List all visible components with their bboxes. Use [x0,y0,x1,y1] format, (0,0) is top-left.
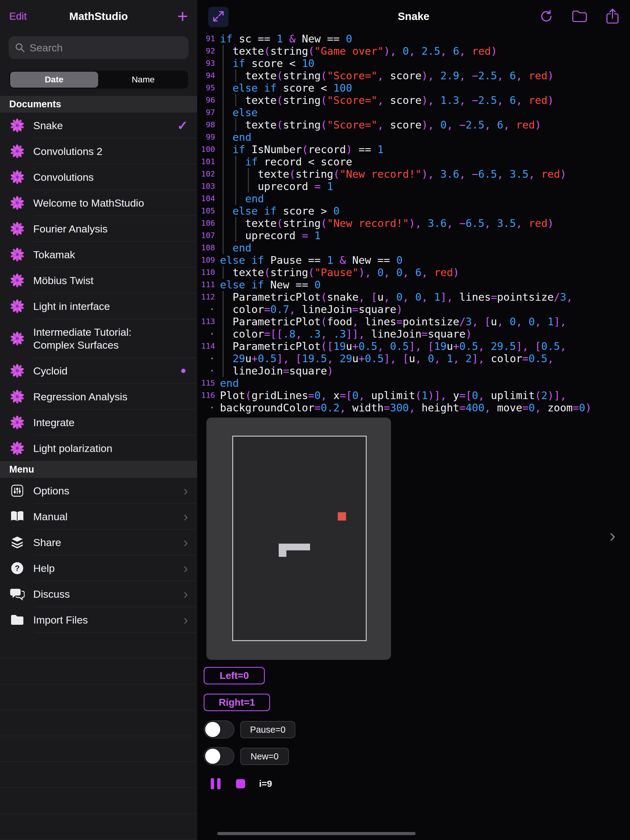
document-row[interactable]: Tokamak [0,242,197,267]
code-line[interactable]: 98│ │ texte(string("Score=", score), 0, … [197,119,630,131]
line-number: 101 [197,156,215,168]
separator-row [0,633,197,658]
expand-button[interactable] [208,7,229,27]
line-number: 94 [197,69,215,82]
code-line[interactable]: 108│ end [197,242,630,254]
new-toggle[interactable] [204,747,234,765]
code-line[interactable]: 111else if New == 0 [197,279,630,291]
code-line[interactable]: 115end [197,377,630,389]
right-button[interactable]: Right=1 [204,694,270,711]
menu-item-help[interactable]: ?Help› [0,555,197,581]
menu-item-manual[interactable]: Manual› [0,504,197,529]
code-line[interactable]: 95│ else if score < 100 [197,82,630,94]
menu-item-options[interactable]: Options› [0,478,197,504]
sort-by-date-segment[interactable]: Date [10,72,98,88]
code-editor[interactable]: 91if sc == 1 & New == 092│ texte(string(… [197,33,630,414]
code-text: │ if score < 10 [220,57,314,69]
stop-button[interactable] [236,779,245,788]
document-label: Convolutions [33,171,94,184]
code-line[interactable]: 110│ texte(string("Pause"), 0, 0, 6, red… [197,266,630,279]
code-line[interactable]: 102│ │ │ texte(string("New record!"), 3.… [197,168,630,180]
document-row[interactable]: Integrate [0,409,197,435]
sort-by-name-segment[interactable]: Name [99,72,187,88]
document-row[interactable]: Fourier Analysis [0,216,197,242]
book-icon [9,510,25,523]
code-line[interactable]: 103│ │ │ uprecord = 1 [197,180,630,193]
document-label: Tokamak [33,248,75,261]
chevron-right-icon: › [184,510,188,523]
document-row[interactable]: Light polarization [0,435,197,461]
code-line[interactable]: 116Plot(gridLines=0, x=[0, uplimit(1)], … [197,389,630,401]
pause-toggle[interactable] [204,720,234,739]
files-button[interactable] [571,9,587,23]
flower-document-icon [9,298,25,314]
document-row[interactable]: Intermediate Tutorial: Complex Surfaces [0,319,197,358]
next-page-chevron[interactable]: › [609,526,616,545]
sidebar-header: Edit MathStudio + [0,0,197,33]
document-row[interactable]: Möbius Twist [0,267,197,293]
menu-item-discuss[interactable]: Discuss› [0,581,197,607]
code-line[interactable]: 91if sc == 1 & New == 0 [197,33,630,45]
code-line[interactable]: 105│ else if score > 0 [197,205,630,217]
code-line[interactable]: 106│ │ texte(string("New record!"), 3.6,… [197,217,630,229]
code-line[interactable]: 114│ ParametricPlot([19u+0.5, 0.5], [19u… [197,340,630,352]
document-label: Welcome to MathStudio [33,196,144,210]
line-number: · [197,365,215,377]
code-line[interactable]: ·│ color=0.7, lineJoin=square) [197,303,630,316]
code-line[interactable]: ·│ color=[[.8, .3, .3]], lineJoin=square… [197,328,630,340]
search-input[interactable] [30,42,182,54]
code-line[interactable]: 92│ texte(string("Game over"), 0, 2.5, 6… [197,45,630,57]
code-line[interactable]: 100│ if IsNumber(record) == 1 [197,143,630,156]
share-button[interactable] [605,8,619,25]
code-line[interactable]: 97│ else [197,106,630,119]
code-line[interactable]: ·backgroundColor=0.2, width=300, height=… [197,401,630,414]
document-row[interactable]: Light in interface [0,293,197,319]
plot-panel[interactable] [206,418,391,660]
menu-item-import-files[interactable]: Import Files› [0,607,197,633]
separator-row [0,658,197,684]
line-number: 102 [197,168,215,180]
flower-document-icon [9,389,25,404]
code-text: backgroundColor=0.2, width=300, height=4… [220,401,592,414]
code-line[interactable]: 104│ │ end [197,193,630,205]
line-number: 114 [197,340,215,352]
code-line[interactable]: 107│ │ uprecord = 1 [197,229,630,242]
line-number: 95 [197,82,215,94]
code-line[interactable]: 99│ end [197,131,630,143]
code-line[interactable]: ·│ lineJoin=square) [197,365,630,377]
add-document-button[interactable]: + [177,8,188,25]
code-line[interactable]: 109else if Pause == 1 & New == 0 [197,254,630,266]
document-row[interactable]: Snake✓ [0,112,197,138]
left-button[interactable]: Left=0 [204,667,265,684]
code-line[interactable]: 113│ ParametricPlot(food, lines=pointsiz… [197,316,630,328]
pause-icon [217,778,220,789]
help-icon: ? [9,561,25,575]
code-line[interactable]: 93│ if score < 10 [197,57,630,69]
code-line[interactable]: 101│ │ if record < score [197,156,630,168]
code-line[interactable]: 94│ │ texte(string("Score=", score), 2.9… [197,69,630,82]
horizontal-scrollbar[interactable] [217,832,416,835]
code-text: │ │ texte(string("Score=", score), 0, −2… [220,119,541,131]
search-field[interactable] [9,36,188,59]
new-label-chip: New=0 [240,748,289,765]
flower-document-icon [9,363,25,379]
snake-body [279,543,310,550]
document-label: Convolutions 2 [33,145,103,158]
pause-playback-button[interactable] [211,778,220,789]
game-border [232,436,367,641]
document-row[interactable]: Cycloid [0,358,197,384]
document-row[interactable]: Convolutions 2 [0,138,197,164]
edit-button[interactable]: Edit [9,11,27,22]
code-line[interactable]: 96│ │ texte(string("Score=", score), 1.3… [197,94,630,106]
line-number: 92 [197,45,215,57]
flower-document-icon [9,221,25,237]
document-row[interactable]: Regression Analysis [0,384,197,409]
menu-item-share[interactable]: Share› [0,529,197,555]
code-line[interactable]: ·│ 29u+0.5], [19.5, 29u+0.5], [u, 0, 1, … [197,352,630,365]
code-line[interactable]: 112│ ParametricPlot(snake, [u, 0, 0, 1],… [197,291,630,303]
svg-text:?: ? [15,564,19,573]
reload-button[interactable] [539,9,554,24]
code-text: │ else [220,106,258,119]
document-row[interactable]: Convolutions [0,164,197,190]
document-row[interactable]: Welcome to MathStudio [0,190,197,216]
